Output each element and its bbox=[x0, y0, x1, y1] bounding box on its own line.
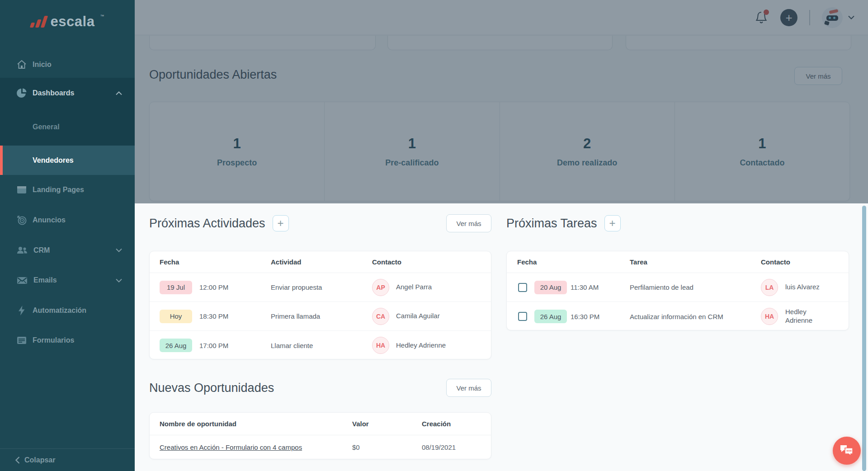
sidebar-item-dashboards[interactable]: Dashboards bbox=[0, 78, 135, 108]
sidebar-item-label: General bbox=[33, 123, 60, 131]
activities-title: Próximas Actividades bbox=[149, 217, 265, 231]
browser-window-icon bbox=[16, 184, 27, 195]
sidebar: escala ™ Inicio Dashboards General Vende… bbox=[0, 0, 135, 471]
contact-name: luis Alvarez bbox=[785, 283, 835, 292]
contact-name: Hedley Adrienne bbox=[785, 308, 835, 325]
date-badge: 20 Aug bbox=[534, 281, 567, 294]
envelope-icon bbox=[16, 275, 28, 286]
column-header-nombre: Nombre de oportunidad bbox=[150, 420, 352, 428]
sidebar-item-crm[interactable]: CRM bbox=[0, 235, 135, 265]
task-time: 11:30 AM bbox=[571, 283, 625, 291]
new-opportunities-ver-mas-button[interactable]: Ver más bbox=[446, 379, 491, 397]
opportunity-created: 08/19/2021 bbox=[422, 443, 456, 451]
chat-bubbles-icon bbox=[839, 444, 854, 457]
contact-name: Angel Parra bbox=[396, 283, 432, 292]
chevron-up-icon bbox=[116, 91, 122, 95]
contact-name: Camila Aguilar bbox=[396, 312, 440, 320]
column-header-actividad: Actividad bbox=[271, 258, 371, 266]
sidebar-item-vendedores[interactable]: Vendedores bbox=[0, 146, 135, 175]
task-name: Perfilamiento de lead bbox=[630, 283, 693, 291]
date-badge: 26 Aug bbox=[160, 339, 192, 352]
new-opportunities-title: Nuevas Oportunidades bbox=[149, 381, 274, 395]
activities-table-header: Fecha Actividad Contacto bbox=[150, 251, 491, 273]
activities-table: Fecha Actividad Contacto 19 Jul 12:00 PM… bbox=[149, 251, 491, 359]
activity-time: 18:30 PM bbox=[199, 312, 228, 320]
activities-ver-mas-button[interactable]: Ver más bbox=[446, 214, 491, 232]
brand-name: escala bbox=[51, 14, 95, 30]
contact-avatar: HA bbox=[372, 337, 389, 354]
activity-row[interactable]: 19 Jul 12:00 PM Enviar propuesta AP Ange… bbox=[150, 273, 491, 302]
column-header-tarea: Tarea bbox=[630, 258, 761, 266]
activity-time: 17:00 PM bbox=[199, 342, 228, 349]
task-checkbox[interactable] bbox=[518, 312, 527, 321]
sidebar-item-label: Emails bbox=[33, 276, 57, 284]
main-content: + Oportunidades Abiertas Ver más 1 Prosp… bbox=[135, 0, 868, 471]
sidebar-item-label: CRM bbox=[33, 246, 50, 254]
date-badge: Hoy bbox=[160, 310, 192, 323]
sidebar-item-landing-pages[interactable]: Landing Pages bbox=[0, 175, 135, 205]
column-header-contacto: Contacto bbox=[761, 258, 849, 266]
contact-avatar: LA bbox=[761, 279, 778, 296]
sidebar-item-label: Vendedores bbox=[33, 156, 74, 165]
opportunity-value: $0 bbox=[352, 443, 360, 451]
sidebar-item-general[interactable]: General bbox=[0, 108, 135, 146]
column-header-fecha: Fecha bbox=[150, 258, 271, 266]
contact-name: Hedley Adrienne bbox=[396, 341, 446, 350]
activity-time: 12:00 PM bbox=[199, 283, 228, 291]
collapse-label: Colapsar bbox=[24, 456, 55, 464]
task-time: 16:30 PM bbox=[571, 313, 625, 320]
sidebar-item-inicio[interactable]: Inicio bbox=[0, 53, 135, 76]
task-checkbox[interactable] bbox=[518, 283, 527, 292]
chat-button[interactable] bbox=[833, 437, 861, 465]
column-header-valor: Valor bbox=[352, 420, 422, 428]
brand-trademark: ™ bbox=[100, 14, 104, 19]
tasks-section-header: Próximas Tareas + bbox=[506, 213, 849, 233]
activity-name: Llamar cliente bbox=[271, 342, 313, 349]
opportunity-link[interactable]: Creativos en Acción - Formulario con 4 c… bbox=[160, 443, 302, 451]
target-icon bbox=[16, 215, 27, 226]
contact-avatar: CA bbox=[372, 308, 389, 325]
plus-icon: + bbox=[278, 218, 284, 229]
column-header-contacto: Contacto bbox=[371, 258, 491, 266]
sidebar-item-label: Formularios bbox=[33, 336, 74, 344]
tasks-table-header: Fecha Tarea Contacto bbox=[507, 251, 849, 273]
add-task-button[interactable]: + bbox=[604, 215, 621, 231]
sidebar-item-formularios[interactable]: Formularios bbox=[0, 325, 135, 355]
sidebar-item-label: Dashboards bbox=[33, 89, 74, 97]
vertical-scrollbar[interactable] bbox=[862, 206, 866, 471]
activities-section-header: Próximas Actividades + Ver más bbox=[149, 213, 491, 233]
people-icon bbox=[16, 245, 28, 256]
lightning-bolt-icon bbox=[16, 305, 27, 316]
date-badge: 26 Aug bbox=[534, 310, 567, 323]
task-row[interactable]: 20 Aug 11:30 AM Perfilamiento de lead LA… bbox=[507, 273, 849, 302]
chevron-down-icon bbox=[116, 278, 122, 283]
add-activity-button[interactable]: + bbox=[273, 215, 289, 231]
opportunity-row[interactable]: Creativos en Acción - Formulario con 4 c… bbox=[150, 435, 491, 459]
plus-icon: + bbox=[609, 218, 616, 229]
activity-name: Enviar propuesta bbox=[271, 283, 322, 291]
sidebar-item-label: Landing Pages bbox=[33, 186, 84, 194]
app-window: escala ™ Inicio Dashboards General Vende… bbox=[0, 0, 868, 471]
sidebar-item-emails[interactable]: Emails bbox=[0, 265, 135, 295]
task-name: Actualizar información en CRM bbox=[630, 313, 723, 320]
new-opportunities-table: Nombre de oportunidad Valor Creación Cre… bbox=[149, 412, 491, 459]
activity-row[interactable]: Hoy 18:30 PM Primera llamada CA Camila A… bbox=[150, 302, 491, 331]
sidebar-item-automatizacion[interactable]: Automatización bbox=[0, 295, 135, 325]
contact-avatar: AP bbox=[372, 279, 389, 296]
dimmed-overlay bbox=[135, 0, 868, 203]
sidebar-item-label: Inicio bbox=[33, 61, 52, 69]
sidebar-item-label: Anuncios bbox=[33, 216, 66, 224]
sidebar-item-label: Automatización bbox=[33, 306, 86, 315]
activity-row[interactable]: 26 Aug 17:00 PM Llamar cliente HA Hedley… bbox=[150, 331, 491, 359]
column-header-fecha: Fecha bbox=[507, 258, 630, 266]
sidebar-collapse-button[interactable]: Colapsar bbox=[0, 448, 135, 471]
brand-logo: escala ™ bbox=[0, 0, 135, 43]
home-icon bbox=[16, 59, 27, 70]
chevron-left-icon bbox=[15, 457, 20, 464]
task-row[interactable]: 26 Aug 16:30 PM Actualizar información e… bbox=[507, 302, 849, 330]
date-badge: 19 Jul bbox=[160, 281, 192, 294]
new-opportunities-table-header: Nombre de oportunidad Valor Creación bbox=[150, 413, 491, 435]
sidebar-item-anuncios[interactable]: Anuncios bbox=[0, 205, 135, 235]
pie-chart-icon bbox=[16, 88, 27, 99]
new-opportunities-section-header: Nuevas Oportunidades Ver más bbox=[149, 378, 491, 398]
